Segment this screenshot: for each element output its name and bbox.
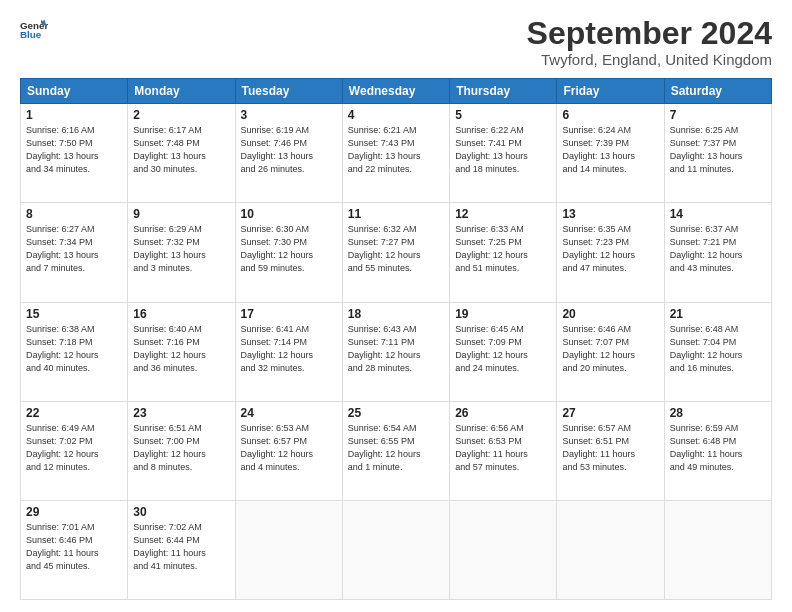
day-6: 6Sunrise: 6:24 AMSunset: 7:39 PMDaylight… xyxy=(557,104,664,203)
day-22: 22Sunrise: 6:49 AMSunset: 7:02 PMDayligh… xyxy=(21,401,128,500)
day-19: 19Sunrise: 6:45 AMSunset: 7:09 PMDayligh… xyxy=(450,302,557,401)
logo: General Blue xyxy=(20,16,48,44)
month-title: September 2024 xyxy=(527,16,772,51)
day-15: 15Sunrise: 6:38 AMSunset: 7:18 PMDayligh… xyxy=(21,302,128,401)
empty-cell xyxy=(342,500,449,599)
day-9: 9Sunrise: 6:29 AMSunset: 7:32 PMDaylight… xyxy=(128,203,235,302)
title-block: September 2024 Twyford, England, United … xyxy=(527,16,772,68)
day-25: 25Sunrise: 6:54 AMSunset: 6:55 PMDayligh… xyxy=(342,401,449,500)
day-20: 20Sunrise: 6:46 AMSunset: 7:07 PMDayligh… xyxy=(557,302,664,401)
day-2: 2Sunrise: 6:17 AMSunset: 7:48 PMDaylight… xyxy=(128,104,235,203)
day-13: 13Sunrise: 6:35 AMSunset: 7:23 PMDayligh… xyxy=(557,203,664,302)
col-header-monday: Monday xyxy=(128,79,235,104)
col-header-tuesday: Tuesday xyxy=(235,79,342,104)
empty-cell xyxy=(235,500,342,599)
day-14: 14Sunrise: 6:37 AMSunset: 7:21 PMDayligh… xyxy=(664,203,771,302)
empty-cell xyxy=(557,500,664,599)
day-7: 7Sunrise: 6:25 AMSunset: 7:37 PMDaylight… xyxy=(664,104,771,203)
day-11: 11Sunrise: 6:32 AMSunset: 7:27 PMDayligh… xyxy=(342,203,449,302)
day-10: 10Sunrise: 6:30 AMSunset: 7:30 PMDayligh… xyxy=(235,203,342,302)
col-header-sunday: Sunday xyxy=(21,79,128,104)
col-header-wednesday: Wednesday xyxy=(342,79,449,104)
day-21: 21Sunrise: 6:48 AMSunset: 7:04 PMDayligh… xyxy=(664,302,771,401)
col-header-friday: Friday xyxy=(557,79,664,104)
svg-text:Blue: Blue xyxy=(20,29,42,40)
day-26: 26Sunrise: 6:56 AMSunset: 6:53 PMDayligh… xyxy=(450,401,557,500)
empty-cell xyxy=(664,500,771,599)
day-23: 23Sunrise: 6:51 AMSunset: 7:00 PMDayligh… xyxy=(128,401,235,500)
day-30: 30Sunrise: 7:02 AMSunset: 6:44 PMDayligh… xyxy=(128,500,235,599)
col-header-saturday: Saturday xyxy=(664,79,771,104)
empty-cell xyxy=(450,500,557,599)
day-12: 12Sunrise: 6:33 AMSunset: 7:25 PMDayligh… xyxy=(450,203,557,302)
day-18: 18Sunrise: 6:43 AMSunset: 7:11 PMDayligh… xyxy=(342,302,449,401)
col-header-thursday: Thursday xyxy=(450,79,557,104)
day-29: 29Sunrise: 7:01 AMSunset: 6:46 PMDayligh… xyxy=(21,500,128,599)
day-4: 4Sunrise: 6:21 AMSunset: 7:43 PMDaylight… xyxy=(342,104,449,203)
day-3: 3Sunrise: 6:19 AMSunset: 7:46 PMDaylight… xyxy=(235,104,342,203)
location: Twyford, England, United Kingdom xyxy=(527,51,772,68)
day-16: 16Sunrise: 6:40 AMSunset: 7:16 PMDayligh… xyxy=(128,302,235,401)
day-5: 5Sunrise: 6:22 AMSunset: 7:41 PMDaylight… xyxy=(450,104,557,203)
day-27: 27Sunrise: 6:57 AMSunset: 6:51 PMDayligh… xyxy=(557,401,664,500)
day-28: 28Sunrise: 6:59 AMSunset: 6:48 PMDayligh… xyxy=(664,401,771,500)
day-24: 24Sunrise: 6:53 AMSunset: 6:57 PMDayligh… xyxy=(235,401,342,500)
day-17: 17Sunrise: 6:41 AMSunset: 7:14 PMDayligh… xyxy=(235,302,342,401)
calendar-table: SundayMondayTuesdayWednesdayThursdayFrid… xyxy=(20,78,772,600)
day-1: 1Sunrise: 6:16 AMSunset: 7:50 PMDaylight… xyxy=(21,104,128,203)
day-8: 8Sunrise: 6:27 AMSunset: 7:34 PMDaylight… xyxy=(21,203,128,302)
